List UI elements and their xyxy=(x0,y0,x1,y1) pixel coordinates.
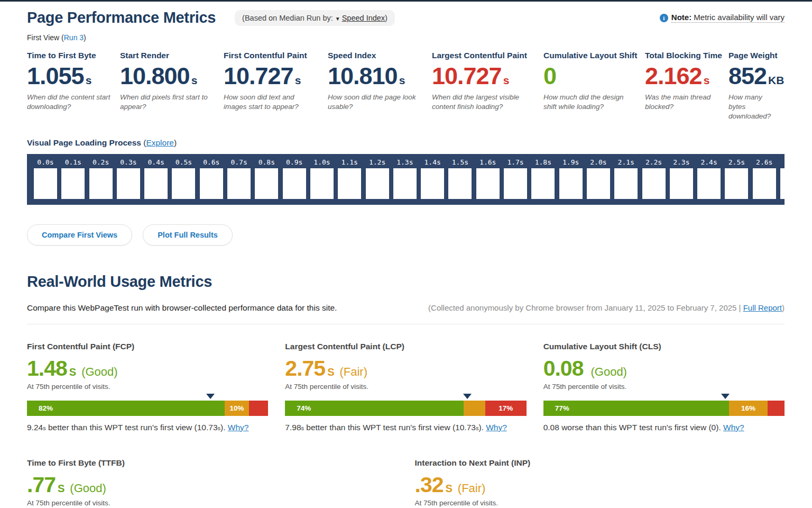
plot-full-results-button[interactable]: Plot Full Results xyxy=(143,224,233,246)
card-title: First Contentful Paint (FCP) xyxy=(27,342,268,351)
film-frame: 2.5s xyxy=(725,158,748,205)
film-thumbnail[interactable] xyxy=(117,168,140,199)
metric-value: 0 xyxy=(543,64,645,88)
film-thumbnail[interactable] xyxy=(531,168,555,199)
bar-segment-good: 77% xyxy=(543,401,729,416)
metric-label: Start Render xyxy=(120,51,224,60)
film-timestamp: 1.1s xyxy=(338,158,361,167)
bar-segment-poor xyxy=(768,401,785,416)
metric-ttfb: Time to First Byte 1.055s When did the c… xyxy=(27,51,120,122)
metric-label: Page Weight xyxy=(728,51,785,60)
film-timestamp: 2.5s xyxy=(725,158,748,167)
bar-segment-good: 74% xyxy=(285,401,464,416)
filmstrip[interactable]: 0.0s0.1s0.2s0.3s0.4s0.5s0.6s0.7s0.8s0.9s… xyxy=(27,154,785,205)
explore-link[interactable]: Explore xyxy=(146,138,174,147)
compare-first-views-button[interactable]: Compare First Views xyxy=(27,224,132,246)
film-thumbnail[interactable] xyxy=(61,168,85,199)
metric-value: 10.810s xyxy=(328,64,432,88)
why-link[interactable]: Why? xyxy=(228,423,249,432)
film-timestamp: 0.9s xyxy=(283,158,306,167)
film-thumbnail[interactable] xyxy=(255,168,278,199)
film-thumbnail[interactable] xyxy=(697,168,721,199)
card-value: 2.75S(Fair) xyxy=(285,358,526,379)
film-thumbnail[interactable] xyxy=(642,168,666,199)
distribution-marker-icon xyxy=(721,394,730,399)
card-title: Cumulative Layout Shift (CLS) xyxy=(543,342,785,351)
film-thumbnail[interactable] xyxy=(89,168,113,199)
film-thumbnail[interactable] xyxy=(144,168,168,199)
film-thumbnail[interactable] xyxy=(670,168,693,199)
metric-page-weight: Page Weight 852KB How many bytes downloa… xyxy=(728,51,785,122)
film-thumbnail[interactable] xyxy=(614,168,638,199)
rum-cards-row-1: First Contentful Paint (FCP) 1.48S(Good)… xyxy=(27,342,785,432)
full-report-link[interactable]: Full Report xyxy=(743,303,782,312)
film-frame: 1.6s xyxy=(476,158,500,205)
film-thumbnail[interactable] xyxy=(283,168,306,199)
percentile-note: At 75th percentile of visits. xyxy=(27,499,397,507)
film-thumbnail[interactable] xyxy=(200,168,223,199)
comparison-note: 0.08 worse than this WPT test run's firs… xyxy=(543,423,785,432)
film-thumbnail[interactable] xyxy=(476,168,500,199)
film-thumbnail[interactable] xyxy=(504,168,527,199)
card-title: Time to First Byte (TTFB) xyxy=(27,458,397,468)
film-thumbnail[interactable] xyxy=(421,168,444,199)
film-timestamp: 1.4s xyxy=(421,158,444,167)
film-thumbnail[interactable] xyxy=(338,168,361,199)
rum-cards-row-2: Time to First Byte (TTFB) .77S(Good) At … xyxy=(27,458,785,508)
metric-label: Cumulative Layout Shift xyxy=(543,51,645,60)
film-timestamp: 1.7s xyxy=(504,158,527,167)
film-thumbnail[interactable] xyxy=(227,168,251,199)
metric-label: First Contentful Paint xyxy=(224,51,328,60)
film-frame: 0.0s xyxy=(34,158,57,205)
film-thumbnail[interactable] xyxy=(725,168,748,199)
film-thumbnail[interactable] xyxy=(172,168,195,199)
film-thumbnail[interactable] xyxy=(753,168,776,199)
film-frame: 0.9s xyxy=(283,158,306,205)
film-frame: 1.3s xyxy=(393,158,417,205)
run-link[interactable]: Run 3 xyxy=(64,33,84,42)
page-header: Page Performance Metrics (Based on Media… xyxy=(27,9,785,26)
distribution-bar: 74% 17% xyxy=(285,394,526,416)
film-timestamp: 0.1s xyxy=(61,158,85,167)
film-frame: 1.5s xyxy=(448,158,472,205)
film-frame: 1.1s xyxy=(338,158,361,205)
film-timestamp: 0.7s xyxy=(227,158,251,167)
median-run-dropdown[interactable]: (Based on Median Run by:▼Speed Index) xyxy=(235,10,395,26)
metric-summary-row: Time to First Byte 1.055s When did the c… xyxy=(27,51,785,122)
median-metric-link[interactable]: Speed Index xyxy=(342,14,385,22)
film-timestamp: 1.3s xyxy=(393,158,417,167)
film-thumbnail[interactable] xyxy=(393,168,417,199)
bar-segment-fair: 10% xyxy=(225,401,249,416)
percentile-note: At 75th percentile of visits. xyxy=(543,383,785,391)
card-value: .77S(Good) xyxy=(27,474,397,496)
film-thumbnail[interactable] xyxy=(780,168,785,199)
distribution-marker-icon xyxy=(463,394,472,399)
film-timestamp: 0.3s xyxy=(117,158,140,167)
film-timestamp: 2.0s xyxy=(587,158,610,167)
chevron-down-icon: ▼ xyxy=(335,16,340,22)
film-thumbnail[interactable] xyxy=(34,168,57,199)
why-link[interactable]: Why? xyxy=(486,423,507,432)
bar-segment-fair: 16% xyxy=(729,401,768,416)
rum-card-cls: Cumulative Layout Shift (CLS) 0.08(Good)… xyxy=(543,342,785,432)
metric-description: How many bytes downloaded? xyxy=(728,93,785,122)
rum-card-fcp: First Contentful Paint (FCP) 1.48S(Good)… xyxy=(27,342,268,432)
film-frame: 0.6s xyxy=(200,158,223,205)
top-nav-edge xyxy=(0,0,812,2)
why-link[interactable]: Why? xyxy=(723,423,744,432)
film-frame: 2.0s xyxy=(587,158,610,205)
percentile-note: At 75th percentile of visits. xyxy=(27,383,268,391)
film-thumbnail[interactable] xyxy=(448,168,472,199)
metric-value: 10.727s xyxy=(224,64,328,88)
film-frame: 0.5s xyxy=(172,158,195,205)
film-timestamp xyxy=(780,158,785,167)
film-thumbnail[interactable] xyxy=(559,168,583,199)
film-thumbnail[interactable] xyxy=(366,168,389,199)
film-timestamp: 2.2s xyxy=(642,158,666,167)
film-thumbnail[interactable] xyxy=(310,168,334,199)
film-thumbnail[interactable] xyxy=(587,168,610,199)
rum-subtitle-row: Compare this WebPageTest run with browse… xyxy=(27,303,785,324)
metric-fcp: First Contentful Paint 10.727s How soon … xyxy=(224,51,328,122)
bar-segment-good: 82% xyxy=(27,401,225,416)
page-title: Page Performance Metrics xyxy=(27,9,216,26)
